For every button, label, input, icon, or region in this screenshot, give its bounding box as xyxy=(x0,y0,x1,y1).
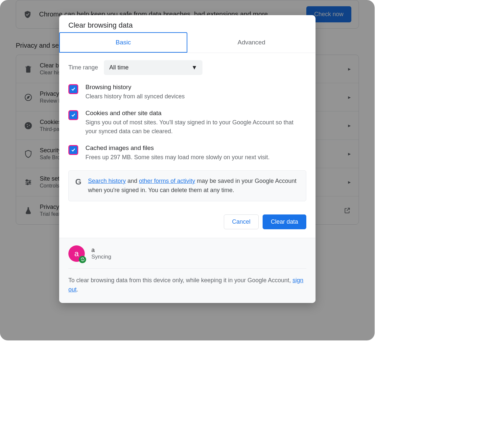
tab-basic[interactable]: Basic xyxy=(59,32,187,53)
profile-row: a a Syncing xyxy=(68,245,306,269)
sync-badge-icon xyxy=(79,256,86,263)
time-range-label: Time range xyxy=(68,64,98,71)
clear-data-button[interactable]: Clear data xyxy=(263,214,306,229)
profile-name: a xyxy=(91,247,111,254)
profile-status: Syncing xyxy=(91,254,111,260)
cancel-button[interactable]: Cancel xyxy=(224,214,259,229)
checkbox-cookies[interactable] xyxy=(68,110,78,120)
option-title: Cookies and other site data xyxy=(85,110,306,117)
info-text: Search history and other forms of activi… xyxy=(88,177,299,195)
search-history-link[interactable]: Search history xyxy=(88,178,126,184)
option-title: Cached images and files xyxy=(85,144,270,152)
other-activity-link[interactable]: other forms of activity xyxy=(139,178,195,184)
option-sub: Clears history from all synced devices xyxy=(85,92,185,101)
checkbox-cache[interactable] xyxy=(68,145,78,155)
time-range-value: All time xyxy=(109,64,129,71)
option-sub: Frees up 297 MB. Some sites may load mor… xyxy=(85,153,270,162)
dialog-tabs: Basic Advanced xyxy=(59,32,316,53)
option-sub: Signs you out of most sites. You'll stay… xyxy=(85,118,306,136)
option-browsing-history: Browsing history Clears history from all… xyxy=(68,84,306,101)
dialog-title: Clear browsing data xyxy=(59,15,316,32)
clear-browsing-data-dialog: Clear browsing data Basic Advanced Time … xyxy=(59,15,316,303)
option-cache: Cached images and files Frees up 297 MB.… xyxy=(68,144,306,162)
checkbox-browsing-history[interactable] xyxy=(68,84,78,94)
chevron-down-icon: ▼ xyxy=(192,64,198,71)
time-range-select[interactable]: All time ▼ xyxy=(104,60,202,75)
tab-advanced[interactable]: Advanced xyxy=(187,32,316,53)
avatar: a xyxy=(68,245,85,262)
google-g-icon: G xyxy=(75,177,82,187)
google-account-info: G Search history and other forms of acti… xyxy=(68,170,306,201)
option-title: Browsing history xyxy=(85,84,185,91)
footer-note: To clear browsing data from this device … xyxy=(68,276,306,294)
option-cookies: Cookies and other site data Signs you ou… xyxy=(68,110,306,136)
